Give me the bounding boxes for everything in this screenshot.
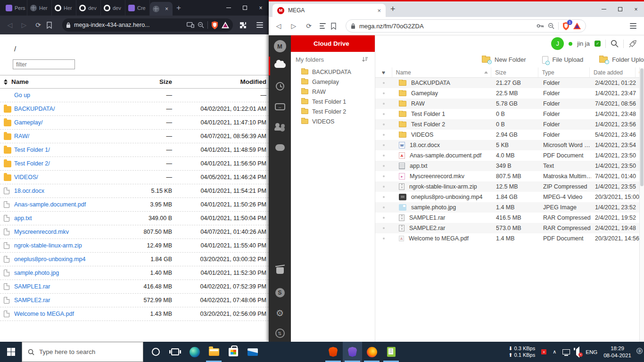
mega-file-row[interactable]: VIDEOS 2.94 GB Folder 5/4/2021, 23:46 <box>375 130 644 140</box>
zoom-out-icon[interactable] <box>548 23 554 29</box>
browser-tab[interactable]: dev <box>76 0 101 16</box>
reading-list-icon[interactable] <box>320 23 326 29</box>
recents-clock-icon[interactable] <box>269 82 291 90</box>
address-bar[interactable]: mega.nz/fm/70oG2ZDA 1 <box>346 19 586 33</box>
browser-tab-mega[interactable]: M MEGA × <box>272 4 386 17</box>
favourite-dot[interactable] <box>375 227 392 229</box>
browser-menu-icon[interactable] <box>256 22 263 28</box>
search-icon[interactable] <box>611 40 619 48</box>
sort-updown-icon[interactable] <box>4 79 8 85</box>
tree-folder-item[interactable]: RAW <box>291 87 375 97</box>
taskbar-clock[interactable]: 18:29 08-04-2021 <box>603 345 631 359</box>
scrollbar-thumb[interactable] <box>640 68 644 186</box>
bat-rewards-icon[interactable] <box>573 23 581 29</box>
mega-file-row[interactable]: app.txt 349 B Text 1/4/2021, 23:50 <box>375 161 644 171</box>
mega-file-row[interactable]: ▸ Myscreenrecord.mkv 807.5 MB Matroska M… <box>375 171 644 181</box>
send-to-devices-icon[interactable] <box>187 22 194 28</box>
mega-file-row[interactable]: BACKUPDATA 21.27 GB Folder 2/4/2021, 01:… <box>375 78 644 88</box>
language-indicator[interactable]: ENG <box>586 349 597 355</box>
file-link[interactable]: ngrok-stable-linux-arm.zip <box>14 242 82 249</box>
column-type[interactable]: Type <box>538 67 590 77</box>
favourite-dot[interactable] <box>375 92 392 94</box>
close-button[interactable]: × <box>253 0 269 16</box>
column-name[interactable]: Name <box>392 67 492 77</box>
column-size[interactable]: Size <box>129 78 172 85</box>
maximize-button[interactable] <box>612 1 628 17</box>
contacts-icon[interactable] <box>269 123 291 131</box>
tab-close-icon[interactable]: × <box>165 6 168 12</box>
filter-input[interactable] <box>13 59 75 69</box>
favourite-dot[interactable] <box>375 103 392 105</box>
file-link[interactable]: Gameplay/ <box>14 119 42 126</box>
minimize-button[interactable] <box>221 0 237 16</box>
mega-file-row[interactable]: RAW 5.78 GB Folder 7/4/2021, 08:56 <box>375 99 644 109</box>
address-bar[interactable]: mega-index-434-anaz.hero... <box>62 18 233 32</box>
shared-links-icon[interactable]: ↔ <box>269 103 291 110</box>
file-upload-button[interactable]: ↑ File Upload <box>542 56 584 64</box>
tree-folder-item[interactable]: Gameplay <box>291 77 375 87</box>
folder-upload-button[interactable]: ↑ Folder Upload <box>599 56 644 63</box>
file-link[interactable]: sample.photo.jpg <box>14 270 59 276</box>
file-link[interactable]: RAW/ <box>14 133 29 140</box>
settings-gear-icon[interactable]: ⚙ <box>269 309 291 318</box>
browser-tab[interactable]: Her <box>52 0 76 16</box>
network-display-icon[interactable] <box>562 349 570 354</box>
favourite-dot[interactable] <box>375 123 392 125</box>
rubbish-bin-icon[interactable] <box>269 267 291 274</box>
store-button[interactable] <box>223 342 243 362</box>
favourite-dot[interactable] <box>375 155 392 156</box>
favourite-dot[interactable] <box>375 175 392 177</box>
close-button[interactable]: × <box>628 1 644 17</box>
password-key-icon[interactable] <box>537 24 544 28</box>
mega-file-row[interactable]: A Welcome to MEGA.pdf 1.4 MB PDF Documen… <box>375 233 644 244</box>
reload-icon[interactable]: ⟳ <box>32 21 44 29</box>
avatar[interactable]: J <box>551 37 564 50</box>
favourite-dot[interactable] <box>375 144 392 146</box>
forward-icon[interactable]: ▷ <box>18 21 30 29</box>
start-button[interactable] <box>0 342 22 362</box>
mega-file-row[interactable]: SAMPLE2.rar 573.0 MB RAR Compressed 2/4/… <box>375 223 644 233</box>
tree-folder-item[interactable]: Test Folder 1 <box>291 97 375 107</box>
browser-menu-icon[interactable] <box>630 23 636 29</box>
mega-file-row[interactable]: ngrok-stable-linux-arm.zip 12.5 MB ZIP C… <box>375 181 644 192</box>
tree-folder-item[interactable]: Test Folder 2 <box>291 107 375 116</box>
transfers-icon[interactable]: ⇅ <box>269 329 291 338</box>
cortana-button[interactable] <box>146 342 165 362</box>
scrollbar[interactable] <box>639 67 644 342</box>
mail-button[interactable] <box>243 342 262 362</box>
brave-tor-button[interactable] <box>343 342 362 362</box>
file-link[interactable]: 18.ocr.docx <box>14 188 44 194</box>
volume-muted-icon[interactable]: × <box>576 349 579 355</box>
mega-file-row[interactable]: Test Folder 1 0 B Folder 1/4/2021, 23:48 <box>375 109 644 119</box>
user-name[interactable]: jin ja <box>577 40 590 47</box>
mega-file-row[interactable]: oneplus8pro-unboxing.mp4 1.84 GB MPEG-4 … <box>375 192 644 202</box>
browser-tab[interactable]: Cre <box>125 0 150 16</box>
file-link[interactable]: Test Folder 1/ <box>14 147 50 153</box>
taskbar-search[interactable]: Type here to search <box>22 342 143 362</box>
sort-folders-icon[interactable] <box>362 57 368 62</box>
bookmark-icon[interactable] <box>330 23 343 30</box>
brave-button[interactable] <box>323 342 343 362</box>
back-icon[interactable]: ◁ <box>272 22 285 30</box>
tab-close-icon[interactable]: × <box>377 7 381 14</box>
column-modified[interactable]: Modified <box>172 78 269 85</box>
maximize-button[interactable] <box>237 0 253 16</box>
file-link[interactable]: SAMPLE1.rar <box>14 283 50 290</box>
upgrade-dollar-icon[interactable]: S <box>269 288 291 297</box>
edge-button[interactable] <box>185 342 204 362</box>
tree-folder-item[interactable]: BACKUPDATA <box>291 67 375 77</box>
mega-file-row[interactable]: Test Folder 2 0 B Folder 1/4/2021, 23:56 <box>375 119 644 130</box>
file-link[interactable]: Welcome to MEGA.pdf <box>14 311 74 317</box>
file-link[interactable]: SAMPLE2.rar <box>14 297 50 304</box>
new-tab-button[interactable]: + <box>176 3 181 13</box>
file-link[interactable]: app.txt <box>14 215 32 222</box>
brave-shield-icon[interactable]: 1 <box>562 22 570 30</box>
favourite-dot[interactable] <box>375 134 392 136</box>
favourite-dot[interactable] <box>375 113 392 115</box>
favourite-dot[interactable] <box>375 217 392 219</box>
favourite-dot[interactable] <box>375 206 392 208</box>
favourite-dot[interactable] <box>375 82 392 84</box>
network-speed-indicator[interactable]: ⬇ 0.3 KBps ⬆ 0.1 KBps <box>508 346 535 359</box>
mega-file-row[interactable]: Gameplay 22.5 MB Folder 1/4/2021, 23:47 <box>375 88 644 99</box>
minimize-button[interactable] <box>596 1 612 17</box>
